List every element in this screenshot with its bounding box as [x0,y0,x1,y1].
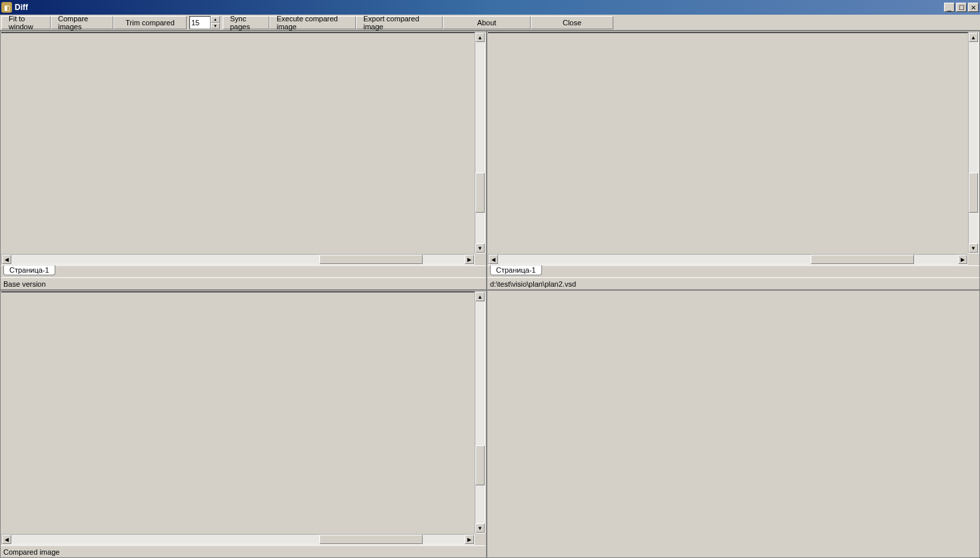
toolbar: Fit to window Compare images Trim compar… [0,15,980,31]
scroll-thumb[interactable] [811,255,914,264]
scroll-left-button[interactable]: ◀ [489,255,498,264]
horizontal-scrollbar[interactable]: ◀ ▶ [1,254,475,265]
vertical-scrollbar[interactable]: ▲ ▼ [475,291,485,533]
scroll-track[interactable] [11,535,465,544]
viewport-compared[interactable] [488,32,968,33]
window-title: Diff [15,3,944,12]
about-button[interactable]: About [443,16,531,29]
scroll-thumb[interactable] [475,173,485,213]
app-icon: ◧ [1,2,12,13]
status-bar: Base version [1,277,486,289]
horizontal-scrollbar[interactable]: ◀ ▶ [488,254,968,265]
pane-empty [487,290,980,558]
compare-images-button[interactable]: Compare images [51,16,113,29]
scroll-thumb[interactable] [969,173,978,213]
pane-compared-image: ▲ ▼ ◀ ▶ Compared image [0,290,487,558]
spinner-up-button[interactable]: ▲ [211,16,220,23]
window-titlebar: ◧ Diff _ ☐ ✕ [0,0,980,15]
scroll-up-button[interactable]: ▲ [475,33,485,42]
horizontal-scrollbar[interactable]: ◀ ▶ [1,534,475,545]
scroll-track[interactable] [969,42,978,243]
sync-pages-button[interactable]: Sync pages [223,16,269,29]
execute-compared-button[interactable]: Execute compared image [269,16,356,29]
spinner-input[interactable] [189,16,211,29]
fit-to-window-button[interactable]: Fit to window [1,16,51,29]
scroll-right-button[interactable]: ▶ [465,535,474,544]
trim-compared-button[interactable]: Trim compared [113,16,187,29]
window-close-button[interactable]: ✕ [968,3,979,12]
scroll-right-button[interactable]: ▶ [465,255,474,264]
export-compared-button[interactable]: Export compared image [356,16,443,29]
scroll-down-button[interactable]: ▼ [475,243,485,253]
tab-bar: Страница-1 [1,265,486,277]
status-bar: d:\test\visio\plan\plan2.vsd [487,277,979,289]
spinner-group: ▲ ▼ [189,16,220,29]
tab-bar: Страница-1 [487,265,979,277]
vertical-scrollbar[interactable]: ▲ ▼ [968,32,979,253]
status-bar: Compared image [1,545,486,557]
scroll-thumb[interactable] [319,535,423,544]
viewport-base[interactable] [1,32,475,33]
scroll-left-button[interactable]: ◀ [2,535,11,544]
pane-base-version: ▲ ▼ ◀ ▶ Страница-1 Base version [0,31,487,290]
scroll-up-button[interactable]: ▲ [969,33,978,42]
window-minimize-button[interactable]: _ [944,3,955,12]
scroll-track[interactable] [498,255,958,264]
viewport-diff[interactable] [1,291,475,293]
scroll-down-button[interactable]: ▼ [475,523,485,533]
vertical-scrollbar[interactable]: ▲ ▼ [475,32,485,253]
scroll-thumb[interactable] [319,255,423,264]
pane-compared-file: ▲ ▼ ◀ ▶ Страница-1 d:\test\visio\plan\pl… [487,31,980,290]
scroll-left-button[interactable]: ◀ [2,255,11,264]
page-tab[interactable]: Страница-1 [3,265,55,275]
scroll-track[interactable] [475,42,485,243]
scroll-down-button[interactable]: ▼ [969,243,978,253]
window-maximize-button[interactable]: ☐ [956,3,967,12]
scroll-up-button[interactable]: ▲ [475,292,485,301]
spinner-down-button[interactable]: ▼ [211,23,220,29]
scroll-right-button[interactable]: ▶ [958,255,967,264]
page-tab[interactable]: Страница-1 [490,265,542,275]
scroll-track[interactable] [475,301,485,523]
scroll-track[interactable] [11,255,465,264]
close-button[interactable]: Close [531,16,613,29]
scroll-thumb[interactable] [475,445,485,485]
